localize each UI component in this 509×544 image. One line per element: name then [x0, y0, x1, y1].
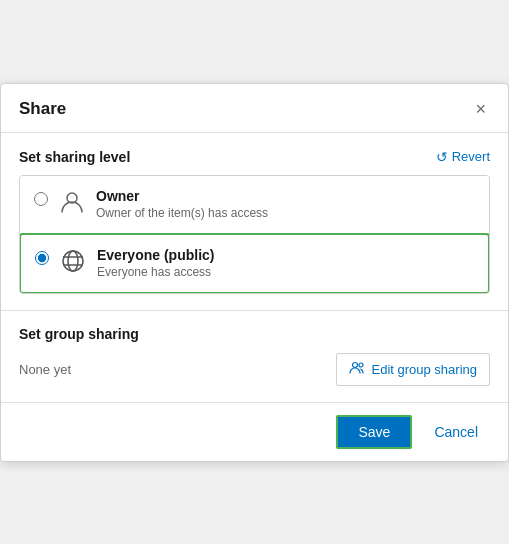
- everyone-option-text: Everyone (public) Everyone has access: [97, 247, 214, 279]
- svg-point-1: [63, 251, 83, 271]
- group-sharing-section: Set group sharing None yet Edit group sh…: [19, 311, 490, 402]
- owner-radio[interactable]: [34, 192, 48, 206]
- revert-label: Revert: [452, 149, 490, 164]
- owner-option-name: Owner: [96, 188, 268, 204]
- sharing-level-section-header: Set sharing level ↺ Revert: [19, 149, 490, 165]
- svg-point-5: [353, 362, 358, 367]
- owner-option-desc: Owner of the item(s) has access: [96, 206, 268, 220]
- everyone-option-name: Everyone (public): [97, 247, 214, 263]
- owner-icon: [58, 188, 86, 221]
- close-button[interactable]: ×: [471, 98, 490, 120]
- revert-button[interactable]: ↺ Revert: [436, 149, 490, 165]
- everyone-option-desc: Everyone has access: [97, 265, 214, 279]
- everyone-icon: [59, 247, 87, 280]
- owner-option[interactable]: Owner Owner of the item(s) has access: [20, 176, 489, 234]
- revert-icon: ↺: [436, 149, 448, 165]
- group-sharing-title: Set group sharing: [19, 326, 139, 342]
- dialog-footer: Save Cancel: [1, 402, 508, 461]
- svg-point-2: [68, 251, 78, 271]
- svg-point-6: [359, 363, 363, 367]
- owner-option-text: Owner Owner of the item(s) has access: [96, 188, 268, 220]
- dialog-title: Share: [19, 99, 66, 119]
- sharing-level-title: Set sharing level: [19, 149, 130, 165]
- group-icon: [349, 360, 365, 379]
- everyone-radio[interactable]: [35, 251, 49, 265]
- save-button[interactable]: Save: [336, 415, 412, 449]
- everyone-radio-wrapper: [35, 247, 49, 265]
- owner-radio-wrapper: [34, 188, 48, 206]
- edit-group-label: Edit group sharing: [371, 362, 477, 377]
- dialog-header: Share ×: [1, 84, 508, 133]
- edit-group-sharing-button[interactable]: Edit group sharing: [336, 353, 490, 386]
- everyone-option[interactable]: Everyone (public) Everyone has access: [19, 233, 490, 294]
- cancel-button[interactable]: Cancel: [422, 417, 490, 447]
- group-sharing-row: None yet Edit group sharing: [19, 353, 490, 386]
- sharing-options-container: Owner Owner of the item(s) has access: [19, 175, 490, 294]
- dialog-body: Set sharing level ↺ Revert: [1, 133, 508, 402]
- none-yet-label: None yet: [19, 362, 71, 377]
- share-dialog: Share × Set sharing level ↺ Revert: [0, 83, 509, 462]
